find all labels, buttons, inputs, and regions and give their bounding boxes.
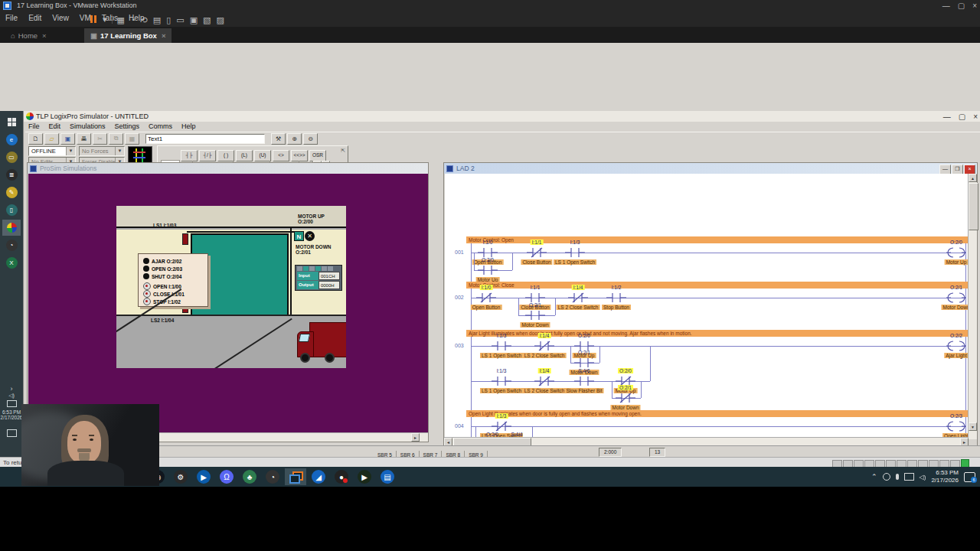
lpx-close-button[interactable]: × (973, 111, 978, 122)
logixpro-menu-help[interactable]: Help (177, 122, 201, 131)
device-usb-device-3-icon[interactable] (907, 460, 917, 468)
minimize-button[interactable]: — (942, 0, 950, 11)
device-usb-device-2-icon[interactable] (897, 460, 906, 468)
ladder-rung-003: Ajar Light illuminates when door is not … (454, 330, 959, 410)
guest-tray-chevron[interactable]: › (0, 385, 23, 393)
taskbar-item-notes-app[interactable]: ▤ (377, 468, 398, 485)
device-printer-icon[interactable] (939, 460, 949, 468)
open-file-button[interactable]: ▱ (44, 133, 59, 145)
guest-display-icon[interactable] (7, 400, 17, 407)
taskbar-item-file-explorer[interactable]: ▭ (2, 149, 21, 165)
cut-button[interactable]: ✂ (93, 133, 107, 145)
zoom-in-button[interactable]: ⊕ (287, 133, 302, 145)
taskbar-item-logixpro[interactable] (2, 220, 21, 236)
unity-mode-icon[interactable]: ▨ (217, 15, 224, 24)
console-view-icon[interactable]: ▣ (190, 15, 198, 24)
show-thumbnail-bar-icon[interactable]: ▭ (176, 15, 184, 24)
guest-show-desktop-icon[interactable] (7, 429, 17, 437)
search-input[interactable] (145, 134, 265, 144)
prosim-title-bar[interactable]: ProSim Simulations (28, 163, 428, 174)
button-stop[interactable]: STOP I:1/02 (143, 298, 207, 305)
print-button[interactable]: 🖶 (77, 133, 91, 145)
rung-number: 002 (455, 295, 464, 300)
show-library-icon[interactable]: ▯ (166, 15, 171, 24)
copy-button[interactable]: ⧉ (109, 133, 123, 145)
taskbar-item-docs-app[interactable]: ▯ (2, 202, 21, 218)
pause-dropdown-icon[interactable]: ▾ (103, 15, 107, 24)
device-network-adapter-icon[interactable] (864, 460, 874, 468)
vmware-menu-view[interactable]: View (47, 11, 74, 24)
logixpro-menu-settings[interactable]: Settings (110, 122, 145, 131)
taskbar-item-tree-app[interactable]: ♣ (239, 468, 260, 485)
taskbar-item-play-green-app[interactable]: ▶ (354, 468, 375, 485)
notifications-icon[interactable]: 6 (964, 472, 975, 482)
logixpro-menu-file[interactable]: File (24, 122, 44, 131)
device-usb-controller-icon[interactable] (875, 460, 885, 468)
close-button[interactable]: × (972, 0, 977, 11)
taskbar-item-gear-app[interactable]: ⚙ (170, 468, 191, 485)
tab-close-icon[interactable]: × (162, 31, 166, 40)
taskbar-item-edge[interactable]: e (2, 132, 21, 148)
taskbar-item-dark-app[interactable]: ◔ (262, 468, 283, 485)
taskbar-item-recorder-app[interactable]: ● (331, 468, 352, 485)
enter-fullscreen-icon[interactable]: ▧ (203, 15, 211, 24)
new-file-button[interactable]: 🗋 (28, 133, 43, 145)
guest-clock[interactable]: 6:53 PM 2/17/2026 (0, 409, 23, 420)
ls1-switch[interactable] (182, 233, 188, 245)
mode-select[interactable]: OFFLINE▼ (28, 146, 76, 156)
logixpro-window-buttons: —▢× (943, 111, 978, 122)
taskbar-item-start[interactable] (2, 114, 21, 130)
forces-select[interactable]: No Forces▼ (79, 146, 125, 156)
save-button[interactable]: ▣ (60, 133, 75, 145)
lpx-maximize-button[interactable]: ▢ (959, 111, 965, 122)
volume-icon[interactable]: ◁) (920, 474, 926, 481)
taskbar-item-triangle-app[interactable]: ▶ (193, 468, 214, 485)
pause-button[interactable] (90, 12, 98, 26)
tab-home[interactable]: ⌂Home× (5, 28, 53, 43)
snapshot-clock-icon[interactable]: ◔ (130, 15, 136, 24)
device-floppy-icon[interactable] (854, 460, 864, 468)
tools-button[interactable]: ⚒ (271, 133, 286, 145)
vmware-toolbar: ▾ ▦◔⟲▤▯▭▣▧▨ (90, 11, 230, 27)
paste-button[interactable]: ▦ (125, 133, 139, 145)
button-open[interactable]: OPEN I:1/00 (143, 282, 207, 290)
device-sound-adapter-icon[interactable] (929, 460, 939, 468)
device-usb-device-4-icon[interactable] (918, 460, 928, 468)
zoom-out-button[interactable]: ⊖ (303, 133, 318, 145)
maximize-button[interactable]: ▢ (958, 0, 965, 11)
palette-detach-icon[interactable]: ⇱ (341, 148, 345, 154)
guest-volume-icon[interactable]: ◁) (0, 393, 23, 399)
hidden-icons-chevron[interactable]: ⌃ (871, 473, 877, 481)
send-ctrl-alt-del-icon[interactable]: ▦ (117, 15, 125, 24)
prosim-sim-area: LS1 I:1/03 LS2 I:1/04 N ✕ MOTOR UPO:2/00… (28, 174, 428, 441)
device-display-icon[interactable] (950, 460, 960, 468)
logixpro-menu-edit[interactable]: Edit (44, 122, 66, 131)
rung-comment: Motor Control: Close (466, 282, 969, 289)
vmware-menu-edit[interactable]: Edit (23, 11, 47, 24)
lpx-minimize-button[interactable]: — (943, 111, 951, 122)
person-icon[interactable] (883, 473, 890, 481)
taskbar-item-excel[interactable]: X (2, 255, 21, 271)
taskbar-item-edit-app[interactable]: ✎ (2, 184, 21, 201)
taskbar-item-vmware-workstation[interactable] (285, 468, 306, 485)
host-clock[interactable]: 6:53 PM2/17/2026 (931, 469, 959, 484)
vmware-menu-file[interactable]: File (0, 11, 23, 24)
device-hard-disk-icon[interactable] (832, 460, 842, 468)
taskbar-item-discord[interactable]: Ω (216, 468, 237, 485)
taskbar-item-photos[interactable]: ◢ (308, 468, 329, 485)
taskbar-item-ladder-app[interactable]: ≣ (2, 167, 21, 183)
taskbar-item-clock-app[interactable]: ◔ (2, 237, 21, 253)
logixpro-menu-comms[interactable]: Comms (144, 122, 177, 131)
lad2-title-bar[interactable]: LAD 2 — ❐ × (444, 163, 977, 174)
microphone-icon[interactable] (896, 474, 899, 480)
monitor-icon[interactable] (904, 473, 914, 481)
device-cd-rom-icon[interactable] (843, 460, 853, 468)
tab-17-learning-box[interactable]: ▣17 Learning Box× (84, 28, 172, 43)
device-usb-device-1-icon[interactable] (886, 460, 896, 468)
tab-close-icon[interactable]: × (42, 31, 47, 40)
revert-snapshot-icon[interactable]: ⟲ (141, 15, 148, 24)
lad2-vscrollbar[interactable]: ▲▼ (968, 174, 977, 439)
snapshot-manager-icon[interactable]: ▤ (153, 15, 161, 24)
truck-wheel-rear (325, 353, 335, 363)
logixpro-menu-simulations[interactable]: Simulations (65, 122, 110, 131)
